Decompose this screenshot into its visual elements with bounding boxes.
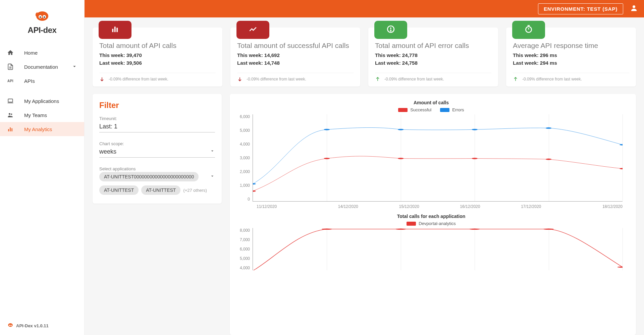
svg-point-40	[618, 267, 623, 268]
chart-total-per-app: Total calls for each application Devport…	[240, 214, 623, 270]
kpi-title: Total amount of API error calls	[375, 42, 491, 50]
trend-icon	[249, 25, 257, 35]
chart-legend: Devportal-analytics	[240, 221, 623, 226]
topbar: ENVIRONMENT: TEST (SAP)	[85, 0, 644, 17]
logo-icon	[34, 10, 50, 23]
sidebar-item-label: Home	[24, 50, 77, 56]
svg-point-36	[322, 228, 332, 230]
svg-point-29	[620, 144, 623, 146]
legend-item[interactable]: Successful	[398, 107, 431, 112]
y-axis: 8,0007,0006,0005,0004,000	[240, 228, 253, 270]
kpi-tab	[99, 21, 131, 39]
chart-title: Total calls for each application	[240, 214, 623, 219]
timer-icon	[524, 25, 533, 35]
svg-point-38	[470, 228, 480, 230]
svg-rect-19	[116, 28, 118, 32]
sidebar-item-apis[interactable]: API APIs	[0, 74, 84, 88]
svg-point-27	[472, 129, 478, 130]
kpi-title: Average API response time	[513, 42, 629, 50]
kpi-tab	[236, 21, 269, 39]
svg-rect-7	[8, 99, 12, 102]
kpi-title: Total amount of API calls	[99, 42, 216, 50]
kpi-last-week: Last week: 294 ms	[513, 59, 629, 67]
svg-rect-12	[11, 128, 12, 131]
alert-icon	[386, 25, 395, 35]
sidebar-item-my-applications[interactable]: My Applications	[0, 94, 84, 108]
sidebar-item-label: APIs	[24, 78, 77, 84]
kpi-row: Total amount of API calls This week: 39,…	[93, 27, 636, 87]
sidebar-item-documentation[interactable]: Documentation	[0, 60, 84, 74]
sidebar-item-my-analytics[interactable]: My Analytics	[0, 122, 84, 136]
svg-point-3	[39, 16, 41, 18]
svg-point-34	[546, 159, 552, 160]
svg-point-22	[390, 31, 391, 31]
svg-point-32	[398, 158, 404, 159]
arrow-down-icon	[237, 76, 243, 82]
api-icon: API	[7, 77, 14, 85]
arrow-down-icon	[99, 76, 105, 82]
kpi-successful-calls: Total amount of successful API calls Thi…	[230, 27, 360, 87]
svg-rect-10	[8, 129, 9, 131]
nav: Home Documentation API APIs My Applicati…	[0, 43, 84, 317]
sidebar: API-dex Home Documentation API APIs My A…	[0, 0, 85, 335]
environment-button[interactable]: ENVIRONMENT: TEST (SAP)	[538, 3, 623, 14]
apps-label: Select applications	[99, 166, 215, 171]
svg-point-13	[8, 323, 13, 327]
legend-item[interactable]: Devportal-analytics	[407, 221, 456, 226]
svg-point-15	[10, 325, 12, 326]
kpi-last-week: Last week: 39,506	[99, 59, 216, 67]
kpi-this-week: This week: 24,778	[375, 52, 491, 59]
kpi-last-week: Last week: 24,758	[375, 59, 491, 67]
sidebar-footer: API-Dex v1.0.11	[0, 317, 84, 335]
charts-panel: Amount of calls Successful Errors 6,0005…	[230, 94, 636, 335]
arrow-up-icon	[513, 76, 518, 82]
kpi-tab	[512, 21, 545, 39]
kpi-tab	[374, 21, 407, 39]
timeunit-input[interactable]	[99, 122, 215, 132]
svg-point-24	[253, 183, 256, 184]
svg-rect-11	[10, 127, 11, 131]
svg-point-30	[253, 190, 256, 192]
version-text: API-Dex v1.0.11	[16, 323, 49, 328]
svg-rect-17	[112, 29, 113, 32]
svg-point-16	[633, 5, 635, 8]
app-chip[interactable]: AT-UNITTEST	[99, 185, 139, 195]
document-icon	[7, 63, 14, 70]
chevron-down-icon[interactable]	[210, 173, 215, 180]
filter-title: Filter	[99, 101, 215, 110]
laptop-icon	[7, 97, 14, 105]
svg-point-26	[398, 129, 404, 130]
scope-value: weeks	[99, 148, 116, 155]
chart-plot	[253, 114, 623, 202]
kpi-last-week: Last week: 14,748	[237, 59, 354, 67]
svg-point-28	[546, 127, 552, 129]
user-icon[interactable]	[630, 4, 638, 13]
chart-plot	[253, 228, 623, 270]
kpi-total-calls: Total amount of API calls This week: 39,…	[93, 27, 222, 87]
home-icon	[7, 49, 14, 56]
svg-point-14	[9, 325, 10, 326]
sidebar-item-my-teams[interactable]: My Teams	[0, 108, 84, 122]
svg-point-9	[11, 114, 12, 115]
kpi-diff-text: -0.09% difference from last week.	[384, 77, 444, 81]
chips-more: (+27 others)	[183, 188, 207, 193]
svg-point-25	[324, 129, 330, 130]
sidebar-item-label: My Teams	[24, 112, 77, 118]
svg-point-35	[620, 168, 623, 169]
app-chip[interactable]: AT-UNITTEST	[141, 185, 180, 195]
kpi-this-week: This week: 296 ms	[513, 52, 629, 59]
app-chip[interactable]: AT-UNITTEST00000000000000000000000	[99, 172, 199, 181]
svg-point-8	[9, 113, 10, 115]
x-axis: 11/12/202014/12/202015/12/202016/12/2020…	[240, 204, 623, 209]
scope-select[interactable]: weeks	[99, 147, 215, 158]
legend-item[interactable]: Errors	[440, 107, 464, 112]
scope-label: Chart scope:	[99, 141, 215, 146]
kpi-diff-text: -0.09% difference from last week.	[522, 77, 582, 81]
sidebar-item-home[interactable]: Home	[0, 46, 84, 60]
filter-card: Filter Timeunit: Chart scope: weeks Sele…	[93, 94, 222, 204]
logo-text: API-dex	[7, 25, 77, 35]
kpi-error-calls: Total amount of API error calls This wee…	[368, 27, 498, 87]
chart-title: Amount of calls	[240, 100, 623, 105]
kpi-this-week: This week: 14,692	[237, 52, 354, 59]
arrow-up-icon	[375, 76, 380, 82]
